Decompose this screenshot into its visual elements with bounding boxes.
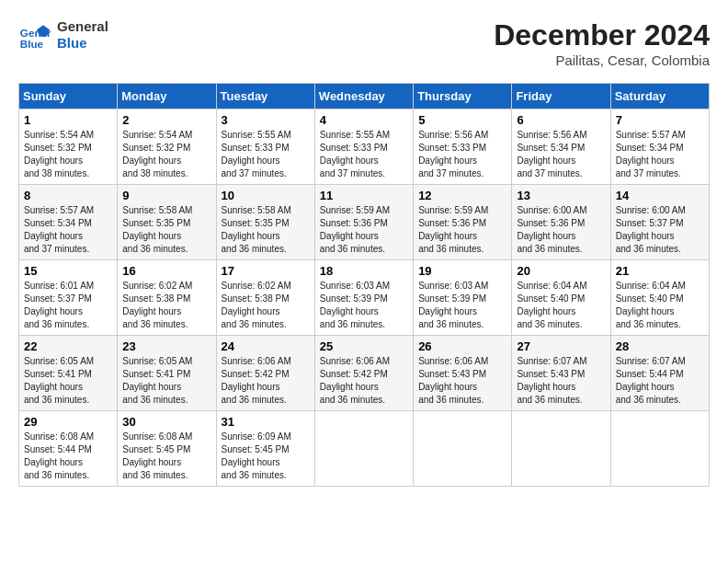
calendar-cell: 17 Sunrise: 6:02 AM Sunset: 5:38 PM Dayl…	[216, 260, 314, 336]
calendar-cell: 21 Sunrise: 6:04 AM Sunset: 5:40 PM Dayl…	[610, 260, 709, 336]
day-detail: Sunrise: 5:58 AM Sunset: 5:35 PM Dayligh…	[222, 204, 310, 256]
calendar-cell: 11 Sunrise: 5:59 AM Sunset: 5:36 PM Dayl…	[314, 185, 413, 260]
calendar-week-4: 22 Sunrise: 6:05 AM Sunset: 5:41 PM Dayl…	[19, 336, 710, 411]
day-number: 14	[616, 189, 704, 202]
calendar-cell: 27 Sunrise: 6:07 AM Sunset: 5:43 PM Dayl…	[512, 336, 610, 411]
weekday-header-saturday: Saturday	[610, 84, 709, 109]
day-detail: Sunrise: 5:54 AM Sunset: 5:32 PM Dayligh…	[122, 129, 210, 180]
day-number: 30	[122, 415, 210, 429]
day-detail: Sunrise: 5:55 AM Sunset: 5:33 PM Dayligh…	[320, 129, 408, 180]
day-detail: Sunrise: 6:06 AM Sunset: 5:43 PM Dayligh…	[418, 355, 506, 407]
calendar-cell: 2 Sunrise: 5:54 AM Sunset: 5:32 PM Dayli…	[118, 109, 216, 185]
calendar-header-row: SundayMondayTuesdayWednesdayThursdayFrid…	[19, 84, 710, 109]
calendar-week-1: 1 Sunrise: 5:54 AM Sunset: 5:32 PM Dayli…	[19, 109, 710, 185]
calendar-cell: 20 Sunrise: 6:04 AM Sunset: 5:40 PM Dayl…	[512, 260, 610, 336]
day-number: 10	[222, 189, 310, 202]
day-detail: Sunrise: 6:09 AM Sunset: 5:45 PM Dayligh…	[222, 431, 310, 482]
day-detail: Sunrise: 6:04 AM Sunset: 5:40 PM Dayligh…	[517, 280, 605, 331]
calendar-cell: 26 Sunrise: 6:06 AM Sunset: 5:43 PM Dayl…	[414, 336, 512, 411]
calendar-cell: 7 Sunrise: 5:57 AM Sunset: 5:34 PM Dayli…	[610, 109, 709, 185]
day-detail: Sunrise: 5:56 AM Sunset: 5:34 PM Dayligh…	[517, 129, 605, 180]
calendar-cell: 15 Sunrise: 6:01 AM Sunset: 5:37 PM Dayl…	[19, 260, 118, 336]
day-number: 15	[24, 264, 112, 278]
calendar-cell: 6 Sunrise: 5:56 AM Sunset: 5:34 PM Dayli…	[512, 109, 610, 185]
calendar-cell: 18 Sunrise: 6:03 AM Sunset: 5:39 PM Dayl…	[314, 260, 413, 336]
logo-general: General	[57, 18, 108, 35]
day-number: 25	[320, 339, 408, 353]
day-detail: Sunrise: 5:55 AM Sunset: 5:33 PM Dayligh…	[222, 129, 310, 180]
day-number: 19	[418, 264, 506, 278]
calendar-cell	[414, 411, 512, 487]
calendar-cell: 3 Sunrise: 5:55 AM Sunset: 5:33 PM Dayli…	[216, 109, 314, 185]
day-detail: Sunrise: 5:57 AM Sunset: 5:34 PM Dayligh…	[24, 204, 112, 256]
day-detail: Sunrise: 5:59 AM Sunset: 5:36 PM Dayligh…	[418, 204, 506, 256]
logo: General Blue General Blue	[18, 18, 108, 52]
weekday-header-tuesday: Tuesday	[216, 84, 314, 109]
calendar-cell: 9 Sunrise: 5:58 AM Sunset: 5:35 PM Dayli…	[118, 185, 216, 260]
weekday-header-friday: Friday	[512, 84, 610, 109]
logo-blue: Blue	[57, 35, 108, 52]
calendar-cell: 30 Sunrise: 6:08 AM Sunset: 5:45 PM Dayl…	[118, 411, 216, 487]
calendar-cell	[314, 411, 413, 487]
calendar-week-3: 15 Sunrise: 6:01 AM Sunset: 5:37 PM Dayl…	[19, 260, 710, 336]
day-detail: Sunrise: 5:58 AM Sunset: 5:35 PM Dayligh…	[122, 204, 210, 256]
day-number: 6	[517, 113, 605, 127]
weekday-header-thursday: Thursday	[414, 84, 512, 109]
svg-text:Blue: Blue	[20, 38, 44, 50]
day-number: 27	[517, 339, 605, 353]
day-number: 29	[24, 415, 112, 429]
day-number: 17	[222, 264, 310, 278]
calendar-cell: 19 Sunrise: 6:03 AM Sunset: 5:39 PM Dayl…	[414, 260, 512, 336]
day-detail: Sunrise: 6:05 AM Sunset: 5:41 PM Dayligh…	[122, 355, 210, 407]
calendar-cell: 25 Sunrise: 6:06 AM Sunset: 5:42 PM Dayl…	[314, 336, 413, 411]
calendar-cell: 24 Sunrise: 6:06 AM Sunset: 5:42 PM Dayl…	[216, 336, 314, 411]
day-detail: Sunrise: 6:00 AM Sunset: 5:36 PM Dayligh…	[517, 204, 605, 256]
calendar-cell: 1 Sunrise: 5:54 AM Sunset: 5:32 PM Dayli…	[19, 109, 118, 185]
calendar-cell	[512, 411, 610, 487]
day-number: 9	[122, 189, 210, 202]
day-number: 16	[122, 264, 210, 278]
day-number: 12	[418, 189, 506, 202]
calendar-cell: 16 Sunrise: 6:02 AM Sunset: 5:38 PM Dayl…	[118, 260, 216, 336]
calendar-week-2: 8 Sunrise: 5:57 AM Sunset: 5:34 PM Dayli…	[19, 185, 710, 260]
calendar-cell: 31 Sunrise: 6:09 AM Sunset: 5:45 PM Dayl…	[216, 411, 314, 487]
day-number: 26	[418, 339, 506, 353]
location: Pailitas, Cesar, Colombia	[494, 52, 710, 68]
month-title: December 2024	[494, 18, 710, 52]
day-detail: Sunrise: 6:00 AM Sunset: 5:37 PM Dayligh…	[616, 204, 704, 256]
day-number: 20	[517, 264, 605, 278]
day-number: 22	[24, 339, 112, 353]
day-detail: Sunrise: 6:08 AM Sunset: 5:44 PM Dayligh…	[24, 431, 112, 482]
calendar-cell: 28 Sunrise: 6:07 AM Sunset: 5:44 PM Dayl…	[610, 336, 709, 411]
day-number: 8	[24, 189, 112, 202]
calendar-cell: 4 Sunrise: 5:55 AM Sunset: 5:33 PM Dayli…	[314, 109, 413, 185]
day-detail: Sunrise: 5:54 AM Sunset: 5:32 PM Dayligh…	[24, 129, 112, 180]
calendar-cell: 23 Sunrise: 6:05 AM Sunset: 5:41 PM Dayl…	[118, 336, 216, 411]
day-detail: Sunrise: 6:04 AM Sunset: 5:40 PM Dayligh…	[616, 280, 704, 331]
day-number: 1	[24, 113, 112, 127]
day-detail: Sunrise: 6:05 AM Sunset: 5:41 PM Dayligh…	[24, 355, 112, 407]
calendar-cell: 22 Sunrise: 6:05 AM Sunset: 5:41 PM Dayl…	[19, 336, 118, 411]
day-detail: Sunrise: 6:03 AM Sunset: 5:39 PM Dayligh…	[418, 280, 506, 331]
day-detail: Sunrise: 5:59 AM Sunset: 5:36 PM Dayligh…	[320, 204, 408, 256]
day-number: 3	[222, 113, 310, 127]
day-number: 11	[320, 189, 408, 202]
page-header: General Blue General Blue December 2024 …	[18, 18, 710, 68]
day-detail: Sunrise: 6:02 AM Sunset: 5:38 PM Dayligh…	[222, 280, 310, 331]
calendar-cell: 14 Sunrise: 6:00 AM Sunset: 5:37 PM Dayl…	[610, 185, 709, 260]
day-number: 7	[616, 113, 704, 127]
day-number: 31	[222, 415, 310, 429]
day-number: 23	[122, 339, 210, 353]
day-detail: Sunrise: 6:07 AM Sunset: 5:44 PM Dayligh…	[616, 355, 704, 407]
day-detail: Sunrise: 6:07 AM Sunset: 5:43 PM Dayligh…	[517, 355, 605, 407]
day-number: 5	[418, 113, 506, 127]
day-detail: Sunrise: 6:01 AM Sunset: 5:37 PM Dayligh…	[24, 280, 112, 331]
calendar-cell: 5 Sunrise: 5:56 AM Sunset: 5:33 PM Dayli…	[414, 109, 512, 185]
day-number: 21	[616, 264, 704, 278]
day-detail: Sunrise: 6:03 AM Sunset: 5:39 PM Dayligh…	[320, 280, 408, 331]
day-detail: Sunrise: 5:56 AM Sunset: 5:33 PM Dayligh…	[418, 129, 506, 180]
day-detail: Sunrise: 6:06 AM Sunset: 5:42 PM Dayligh…	[222, 355, 310, 407]
calendar-cell: 12 Sunrise: 5:59 AM Sunset: 5:36 PM Dayl…	[414, 185, 512, 260]
weekday-header-monday: Monday	[118, 84, 216, 109]
calendar-cell: 8 Sunrise: 5:57 AM Sunset: 5:34 PM Dayli…	[19, 185, 118, 260]
